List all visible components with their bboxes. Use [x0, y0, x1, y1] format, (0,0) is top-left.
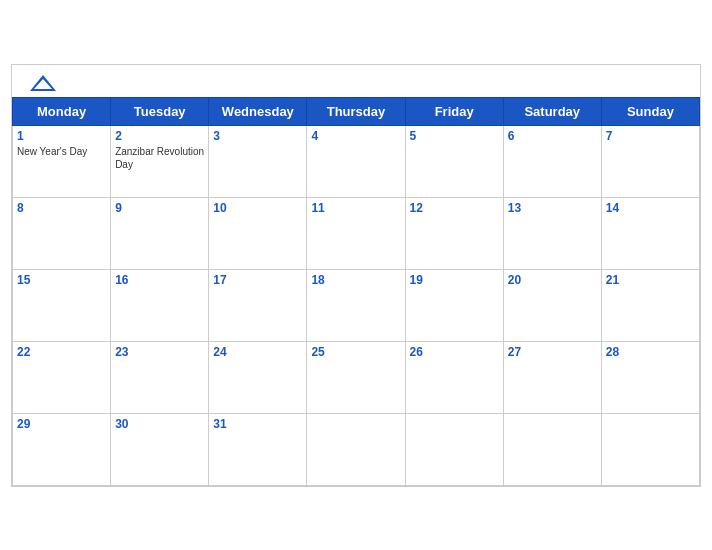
day-number: 28 [606, 345, 695, 359]
day-number: 18 [311, 273, 400, 287]
day-number: 29 [17, 417, 106, 431]
day-number: 27 [508, 345, 597, 359]
day-cell: 17 [209, 269, 307, 341]
day-number: 30 [115, 417, 204, 431]
day-number: 5 [410, 129, 499, 143]
day-number: 11 [311, 201, 400, 215]
week-row-2: 891011121314 [13, 197, 700, 269]
week-row-4: 22232425262728 [13, 341, 700, 413]
day-number: 15 [17, 273, 106, 287]
day-number: 4 [311, 129, 400, 143]
day-cell: 26 [405, 341, 503, 413]
day-cell: 13 [503, 197, 601, 269]
weekday-header-wednesday: Wednesday [209, 97, 307, 125]
day-cell [503, 413, 601, 485]
day-number: 17 [213, 273, 302, 287]
calendar-container: MondayTuesdayWednesdayThursdayFridaySatu… [11, 64, 701, 487]
weekday-header-saturday: Saturday [503, 97, 601, 125]
day-number: 16 [115, 273, 204, 287]
day-number: 12 [410, 201, 499, 215]
day-number: 10 [213, 201, 302, 215]
day-cell: 9 [111, 197, 209, 269]
day-number: 2 [115, 129, 204, 143]
logo-icon [28, 73, 58, 93]
day-number: 25 [311, 345, 400, 359]
day-cell: 12 [405, 197, 503, 269]
day-cell [307, 413, 405, 485]
day-cell: 6 [503, 125, 601, 197]
logo [28, 73, 62, 93]
day-cell: 29 [13, 413, 111, 485]
calendar-grid: MondayTuesdayWednesdayThursdayFridaySatu… [12, 97, 700, 486]
day-cell: 11 [307, 197, 405, 269]
day-number: 20 [508, 273, 597, 287]
day-cell: 18 [307, 269, 405, 341]
day-number: 26 [410, 345, 499, 359]
day-cell: 10 [209, 197, 307, 269]
weekday-header-monday: Monday [13, 97, 111, 125]
day-number: 22 [17, 345, 106, 359]
day-cell: 7 [601, 125, 699, 197]
day-cell: 4 [307, 125, 405, 197]
day-cell: 31 [209, 413, 307, 485]
weekday-header-sunday: Sunday [601, 97, 699, 125]
week-row-3: 15161718192021 [13, 269, 700, 341]
holiday-label: New Year's Day [17, 145, 106, 158]
weekday-header-tuesday: Tuesday [111, 97, 209, 125]
day-cell [405, 413, 503, 485]
day-cell: 15 [13, 269, 111, 341]
day-cell: 20 [503, 269, 601, 341]
week-row-5: 293031 [13, 413, 700, 485]
day-number: 6 [508, 129, 597, 143]
weekday-header-row: MondayTuesdayWednesdayThursdayFridaySatu… [13, 97, 700, 125]
day-number: 13 [508, 201, 597, 215]
day-number: 14 [606, 201, 695, 215]
day-number: 31 [213, 417, 302, 431]
calendar-header [12, 65, 700, 97]
weekday-header-thursday: Thursday [307, 97, 405, 125]
day-number: 19 [410, 273, 499, 287]
day-cell: 3 [209, 125, 307, 197]
week-row-1: 1New Year's Day2Zanzibar Revolution Day3… [13, 125, 700, 197]
day-cell: 21 [601, 269, 699, 341]
day-cell: 14 [601, 197, 699, 269]
day-number: 8 [17, 201, 106, 215]
day-cell: 2Zanzibar Revolution Day [111, 125, 209, 197]
day-cell: 1New Year's Day [13, 125, 111, 197]
day-cell: 19 [405, 269, 503, 341]
weekday-header-friday: Friday [405, 97, 503, 125]
day-cell [601, 413, 699, 485]
day-cell: 5 [405, 125, 503, 197]
day-number: 9 [115, 201, 204, 215]
day-cell: 28 [601, 341, 699, 413]
day-number: 1 [17, 129, 106, 143]
day-number: 24 [213, 345, 302, 359]
day-cell: 16 [111, 269, 209, 341]
day-cell: 27 [503, 341, 601, 413]
day-number: 23 [115, 345, 204, 359]
day-cell: 8 [13, 197, 111, 269]
day-number: 3 [213, 129, 302, 143]
holiday-label: Zanzibar Revolution Day [115, 145, 204, 171]
day-cell: 22 [13, 341, 111, 413]
day-cell: 24 [209, 341, 307, 413]
day-cell: 25 [307, 341, 405, 413]
day-number: 21 [606, 273, 695, 287]
day-cell: 30 [111, 413, 209, 485]
day-cell: 23 [111, 341, 209, 413]
day-number: 7 [606, 129, 695, 143]
